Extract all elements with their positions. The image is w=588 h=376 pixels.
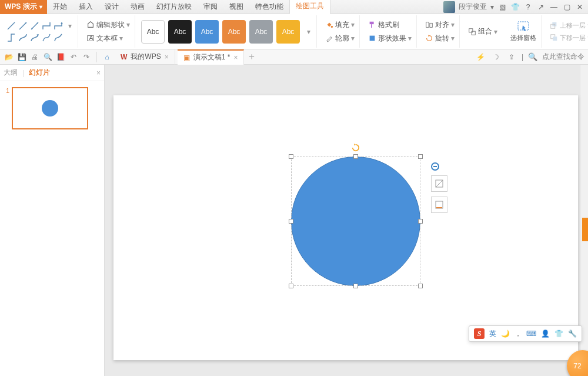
align-button[interactable]: 对齐▾ <box>423 19 457 31</box>
close-tab-icon[interactable]: × <box>165 53 169 61</box>
format-group: 格式刷 形状效果▾ <box>363 15 417 48</box>
tab-design[interactable]: 设计 <box>99 0 125 14</box>
ime-comma-icon[interactable]: ， <box>514 329 522 339</box>
shape-style-4[interactable]: Abc <box>222 20 246 44</box>
rotate-handle[interactable] <box>352 144 360 152</box>
slides-tab[interactable]: 幻灯片 <box>29 68 50 78</box>
fill-button[interactable]: 填充▾ <box>323 19 357 31</box>
edit-shape-button[interactable]: 编辑形状▾ <box>84 19 132 31</box>
resize-handle-br[interactable] <box>418 284 423 288</box>
lines-group: ▾ <box>4 15 78 48</box>
close-tab-icon[interactable]: × <box>233 54 238 62</box>
selection-pane-button[interactable]: 选择窗格 <box>508 19 539 44</box>
ime-user-icon[interactable]: 👤 <box>541 330 550 338</box>
ime-lang[interactable]: 英 <box>489 329 496 339</box>
user-name[interactable]: 段宇俊亚 <box>459 2 487 12</box>
print-icon[interactable]: 🖨 <box>29 52 40 62</box>
resize-handle-bl[interactable] <box>289 284 293 288</box>
group-button[interactable]: 组合▾ <box>466 25 500 38</box>
maximize-button[interactable]: ▢ <box>562 2 572 12</box>
svg-rect-13 <box>371 24 372 28</box>
collapse-button[interactable] <box>431 162 439 171</box>
resize-handle-r[interactable] <box>418 219 423 224</box>
freeform-tool[interactable] <box>53 32 64 43</box>
moon-icon[interactable]: ☽ <box>491 52 502 62</box>
send-backward-button[interactable]: 下移一层▾ <box>547 32 588 44</box>
shape-style-5[interactable]: Abc <box>249 20 273 44</box>
doc-tab-mywps[interactable]: W 我的WPS × <box>115 49 175 65</box>
ime-skin-icon[interactable]: 👕 <box>554 330 563 338</box>
search-label[interactable]: 点此查找命令 <box>542 52 584 62</box>
share-icon[interactable]: ⇪ <box>506 52 517 62</box>
style-gallery-more-icon[interactable]: ▾ <box>303 26 314 37</box>
curve-tool-2[interactable] <box>29 32 40 43</box>
outline-button[interactable]: 轮廓▾ <box>323 32 357 45</box>
shape-float-toolbar <box>431 162 447 213</box>
svg-rect-19 <box>472 31 475 35</box>
tab-drawing-tools[interactable]: 绘图工具 <box>289 0 330 14</box>
selected-shape-bounds[interactable] <box>291 157 420 286</box>
tab-review[interactable]: 审阅 <box>198 0 223 14</box>
tab-view[interactable]: 视图 <box>223 0 249 14</box>
resize-handle-tl[interactable] <box>289 154 293 159</box>
help-icon[interactable]: ? <box>523 2 533 12</box>
tab-start[interactable]: 开始 <box>47 0 73 14</box>
rotate-button[interactable]: 旋转▾ <box>423 32 457 45</box>
tab-animation[interactable]: 动画 <box>125 0 151 14</box>
print-preview-icon[interactable]: 🔍 <box>42 52 53 62</box>
undo-icon[interactable]: ↶ <box>68 52 79 62</box>
user-avatar[interactable] <box>443 1 455 13</box>
doc-tab-presentation1[interactable]: ▣ 演示文稿1 * × <box>178 49 245 65</box>
panel-close-icon[interactable]: × <box>96 69 101 77</box>
text-box-button[interactable]: A 文本框▾ <box>84 32 132 45</box>
tab-slideshow[interactable]: 幻灯片放映 <box>151 0 198 14</box>
new-tab-icon[interactable]: ＋ <box>246 52 257 62</box>
outline-tab[interactable]: 大纲 <box>4 68 18 78</box>
popout-icon[interactable]: ↗ <box>536 2 546 12</box>
shape-style-6[interactable]: Abc <box>276 20 300 44</box>
close-button[interactable]: ✕ <box>575 2 584 12</box>
tab-insert[interactable]: 插入 <box>73 0 99 14</box>
home-icon[interactable]: ⌂ <box>102 52 112 62</box>
search-icon: 🔍 <box>528 52 537 61</box>
line-tool-1[interactable] <box>6 21 16 31</box>
line-tool-3[interactable] <box>29 21 40 31</box>
ribbon-tabs: 开始 插入 设计 动画 幻灯片放映 审阅 视图 特色功能 绘图工具 <box>47 0 330 14</box>
ime-bar[interactable]: S 英 🌙 ， ⌨ 👤 👕 🔧 <box>469 325 582 342</box>
open-icon[interactable]: 📂 <box>4 52 14 62</box>
minimize-button[interactable]: — <box>549 2 559 12</box>
ime-settings-icon[interactable]: 🔧 <box>568 330 577 338</box>
resize-handle-b[interactable] <box>353 284 358 288</box>
curve-tool-1[interactable] <box>18 32 28 43</box>
outline-quick-button[interactable] <box>431 197 447 213</box>
line-tool-2[interactable] <box>18 21 28 31</box>
export-pdf-icon[interactable]: 📕 <box>55 52 66 62</box>
side-handle[interactable] <box>582 218 588 241</box>
ime-keyboard-icon[interactable]: ⌨ <box>526 330 536 338</box>
slide-thumbnail-1[interactable]: 1 <box>4 87 101 129</box>
curve-tool-3[interactable] <box>41 32 52 43</box>
elbow-tool-3[interactable] <box>6 32 16 43</box>
elbow-tool-1[interactable] <box>41 21 52 31</box>
shape-style-2[interactable]: Abc <box>168 20 192 44</box>
shape-style-3[interactable]: Abc <box>195 20 219 44</box>
tab-features[interactable]: 特色功能 <box>249 0 289 14</box>
more-lines-icon[interactable]: ▾ <box>65 21 75 31</box>
format-painter-button[interactable]: 格式刷 <box>366 19 414 31</box>
resize-handle-l[interactable] <box>289 219 293 224</box>
tshirt-icon[interactable]: 👕 <box>510 2 520 12</box>
resize-handle-t[interactable] <box>353 154 358 159</box>
shape-style-1[interactable]: Abc <box>141 20 165 44</box>
skin-icon[interactable]: ▧ <box>497 2 507 12</box>
fill-quick-button[interactable] <box>431 175 447 192</box>
redo-icon[interactable]: ↷ <box>81 52 92 62</box>
save-icon[interactable]: 💾 <box>16 52 27 62</box>
app-logo[interactable]: WPS 演示 ▾ <box>0 0 47 14</box>
run-icon[interactable]: ⚡ <box>476 52 486 62</box>
bring-forward-button[interactable]: 上移一层▾ <box>547 20 588 31</box>
slide-1[interactable] <box>113 95 578 360</box>
elbow-tool-2[interactable] <box>53 21 64 31</box>
resize-handle-tr[interactable] <box>418 154 423 159</box>
shape-effects-button[interactable]: 形状效果▾ <box>366 32 414 45</box>
ime-moon-icon[interactable]: 🌙 <box>501 330 510 338</box>
